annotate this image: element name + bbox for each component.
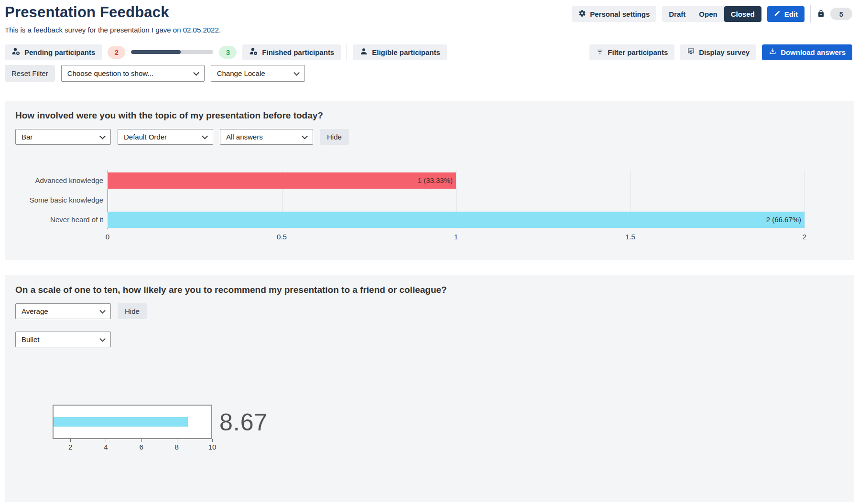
participants-divider [347, 43, 347, 61]
locale-select-wrap: Change Locale [211, 65, 305, 82]
gridline [805, 171, 805, 229]
participants-right: Filter participants Display survey Downl… [589, 44, 852, 60]
order-select-wrap: Default Order [118, 129, 213, 145]
person-check-icon [249, 47, 258, 57]
bullet-type-select-wrap: Bullet [15, 332, 111, 347]
answers-select[interactable]: All answers [220, 129, 313, 145]
personal-settings-label: Personal settings [590, 10, 650, 18]
bullet-tick-label: 10 [208, 443, 217, 451]
hide-question1-button[interactable]: Hide [320, 129, 349, 145]
bullet-type-select[interactable]: Bullet [15, 332, 111, 347]
finished-participants-label: Finished participants [262, 48, 334, 56]
filter-row: Reset Filter Choose question to show... … [0, 65, 859, 82]
display-survey-button[interactable]: Display survey [680, 44, 756, 60]
question2-controls-row2: Bullet [15, 332, 844, 347]
question2-title: On a scale of one to ten, how likely are… [15, 285, 844, 295]
lock-count-badge: 5 [830, 8, 852, 20]
page-title: Presentation Feedback [5, 4, 221, 21]
bullet-tick-label: 8 [175, 443, 179, 451]
page-subtitle: This is a feedback survey for the presen… [5, 26, 221, 34]
bullet-chart-left: 246810 [53, 405, 212, 453]
hide-question2-button[interactable]: Hide [118, 303, 147, 319]
bar-row [108, 190, 805, 210]
bar-chart: Advanced knowledgeSome basic knowledgeNe… [15, 171, 844, 242]
bullet-tick-mark [212, 439, 213, 442]
bullet-chart-box [53, 405, 212, 439]
status-tab-open[interactable]: Open [692, 6, 724, 22]
chart-type-select-wrap: Bar [15, 129, 111, 145]
person-x-icon [11, 47, 21, 57]
bar-chart-x-axis: 00.511.52 [108, 229, 805, 242]
bullet-tick-mark [106, 439, 106, 442]
category-label: Some basic knowledge [15, 190, 103, 210]
bullet-tick-mark [70, 439, 71, 442]
title-block: Presentation Feedback This is a feedback… [5, 4, 221, 34]
category-label: Advanced knowledge [15, 171, 103, 190]
personal-settings-button[interactable]: Personal settings [572, 6, 656, 22]
pending-count-badge: 2 [108, 46, 125, 59]
participants-progress-bar [131, 50, 213, 54]
bar-chart-plot: 1 (33.33%)2 (66.67%) [108, 171, 805, 229]
bullet-tick-mark [177, 439, 177, 442]
topbar-actions: Personal settings Draft Open Closed Edit… [572, 4, 852, 22]
filter-icon [596, 48, 604, 57]
status-tab-draft[interactable]: Draft [662, 6, 692, 22]
x-tick-label: 1 [454, 233, 458, 241]
pencil-icon [774, 10, 781, 18]
question2-card: On a scale of one to ten, how likely are… [5, 275, 854, 502]
download-icon [769, 47, 777, 57]
bar: 1 (33.33%) [108, 172, 456, 189]
x-tick-label: 0.5 [277, 233, 287, 241]
download-answers-label: Download answers [781, 48, 846, 56]
survey-results-page: Presentation Feedback This is a feedback… [0, 0, 859, 504]
question1-title: How involved were you with the topic of … [15, 110, 844, 121]
status-tab-closed[interactable]: Closed [724, 6, 761, 22]
bar-chart-categories: Advanced knowledgeSome basic knowledgeNe… [15, 171, 108, 242]
order-select[interactable]: Default Order [118, 129, 213, 145]
bar: 2 (66.67%) [108, 212, 805, 228]
finished-participants-button[interactable]: Finished participants [242, 44, 341, 60]
change-locale-select[interactable]: Change Locale [211, 65, 305, 82]
bullet-axis: 246810 [53, 439, 212, 453]
answers-select-wrap: All answers [220, 129, 313, 145]
bullet-tick-mark [141, 439, 142, 442]
reset-filter-button[interactable]: Reset Filter [5, 65, 55, 82]
topbar: Presentation Feedback This is a feedback… [0, 0, 859, 34]
gear-icon [578, 10, 586, 19]
bullet-chart: 246810 8.67 [53, 405, 844, 453]
average-value: 8.67 [219, 410, 268, 434]
aggregate-select-wrap: Average [15, 303, 111, 319]
aggregate-select[interactable]: Average [15, 303, 111, 319]
display-survey-label: Display survey [699, 48, 750, 56]
participants-row: Pending participants 2 3 Finished partic… [0, 43, 859, 61]
person-icon [359, 47, 368, 57]
bar-value-label: 2 (66.67%) [766, 215, 801, 224]
bar-row: 1 (33.33%) [108, 171, 805, 190]
category-label: Never heard of it [15, 210, 103, 229]
chart-type-select[interactable]: Bar [15, 129, 111, 145]
finished-count-badge: 3 [219, 46, 237, 59]
question1-controls: Bar Default Order All answers Hide [15, 129, 844, 145]
eligible-participants-button[interactable]: Eligible participants [353, 44, 447, 60]
download-answers-button[interactable]: Download answers [762, 44, 852, 60]
eligible-participants-label: Eligible participants [372, 48, 440, 56]
edit-button[interactable]: Edit [767, 6, 805, 22]
choose-question-select[interactable]: Choose question to show... [61, 65, 205, 82]
edit-label: Edit [784, 10, 798, 18]
lock-icon [816, 9, 826, 20]
filter-participants-button[interactable]: Filter participants [589, 44, 674, 60]
pending-participants-button[interactable]: Pending participants [5, 44, 102, 60]
filter-participants-label: Filter participants [608, 48, 668, 56]
x-tick-label: 0 [106, 233, 109, 241]
status-segmented-control: Draft Open Closed [662, 6, 761, 22]
bar-chart-plot-wrap: 1 (33.33%)2 (66.67%) 00.511.52 [108, 171, 805, 242]
question2-controls-row1: Average Hide [15, 303, 844, 319]
lock-status: 5 [816, 8, 852, 20]
bullet-bar [54, 417, 188, 427]
question-select-wrap: Choose question to show... [61, 65, 205, 82]
bullet-tick-label: 6 [139, 443, 143, 451]
participants-progress-fill [131, 50, 180, 54]
question1-card: How involved were you with the topic of … [5, 101, 854, 260]
bullet-tick-label: 2 [68, 443, 72, 451]
bar-row: 2 (66.67%) [108, 210, 805, 229]
